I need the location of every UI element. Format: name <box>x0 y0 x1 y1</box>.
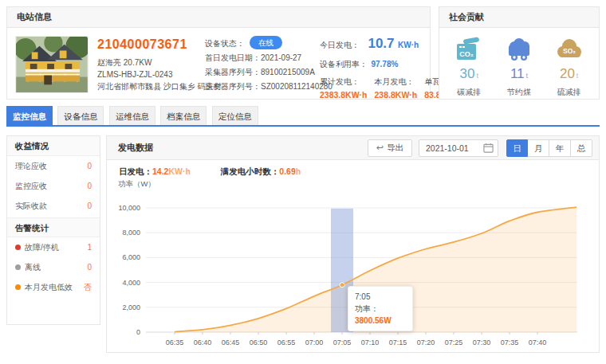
revenue-row-actual: 实际收款 0 <box>7 196 100 216</box>
x-tick-label: 07:15 <box>389 339 407 346</box>
svg-text:CO₂: CO₂ <box>460 50 474 58</box>
range-segmented-control: 日 月 年 总 <box>506 139 592 157</box>
station-info-card: 电站信息 210400073671 赵海亮 20.7KW ZLMS-HBJ <box>6 6 431 100</box>
x-tick-label: 07:20 <box>417 339 435 346</box>
collector-sn: 89100215009A <box>261 68 315 76</box>
export-button[interactable]: ↩ 导出 <box>368 139 412 157</box>
social-contribution-title: 社会贡献 <box>439 7 599 28</box>
y-tick-label: 6,000 <box>122 253 140 261</box>
x-tick-label: 07:30 <box>473 339 491 346</box>
device-status-label: 设备状态： <box>205 39 245 48</box>
y-tick-label: 10,000 <box>118 204 140 212</box>
status-badge: 在线 <box>250 36 282 49</box>
calendar-icon[interactable] <box>483 143 494 153</box>
low-eff-dot-icon <box>15 284 21 290</box>
utilization-value: 97.78% <box>371 60 398 68</box>
first-gen-date: 2021-09-27 <box>261 53 301 62</box>
x-tick-label: 06:40 <box>194 339 212 346</box>
x-tick-label: 06:45 <box>222 339 240 346</box>
offline-dot-icon <box>15 264 21 270</box>
revenue-row-monitored: 监控应收 0 <box>7 176 100 196</box>
total-gen-stat: 累计发电： 2383.8KW·h <box>320 76 368 100</box>
coal-saving-item: 11t 节约煤 <box>495 36 543 98</box>
co2-value: 30 <box>460 66 475 81</box>
full-hours-value: 0.69 <box>279 166 295 176</box>
revenue-row-theoretical: 理论应收 0 <box>7 156 100 176</box>
social-contribution-card: 社会贡献 CO₂ 30t 碳减排 11t 节约煤 <box>439 6 600 100</box>
y-tick-label: 0 <box>136 328 140 336</box>
range-day-button[interactable]: 日 <box>506 139 528 157</box>
inverter-label: 逆变器序列号： <box>205 82 261 91</box>
chart-tooltip: 7:05 功率：3800.56W <box>348 286 413 331</box>
full-hours-label: 满发电小时数： <box>221 166 280 176</box>
so2-reduction-icon: SO₂ <box>553 36 585 63</box>
alarm-section-title: 告警统计 <box>7 217 100 237</box>
first-gen-label: 首日发电日期： <box>205 53 261 62</box>
tab-archives[interactable]: 档案信息 <box>160 106 207 125</box>
month-gen-stat: 本月发电： 238.8KW·h <box>375 76 418 100</box>
station-owner: 赵海亮 20.7KW <box>97 57 205 68</box>
tab-bar: 监控信息 设备信息 运维信息 档案信息 定位信息 <box>6 106 600 127</box>
marker-dot <box>340 283 344 288</box>
y-tick-label: 8,000 <box>122 229 140 237</box>
coal-label: 节约煤 <box>495 87 543 98</box>
x-tick-label: 06:35 <box>166 339 184 346</box>
sidebar: 收益情况 理论应收 0 监控应收 0 实际收款 0 告警统计 故障/停机 1 离… <box>6 135 100 325</box>
x-tick-label: 06:50 <box>250 339 268 346</box>
alarm-row-low-efficiency: 本月发电低效 否 <box>7 277 100 297</box>
station-code: ZLMS-HBJ-ZJL-0243 <box>97 68 205 80</box>
today-gen-label: 今日发电： <box>320 41 360 49</box>
station-address: 河北省邯郸市魏县 沙口集乡 码头村 <box>97 80 205 92</box>
x-tick-label: 07:05 <box>333 339 352 346</box>
x-tick-label: 07:10 <box>361 339 380 346</box>
x-tick-label: 07:40 <box>529 339 547 346</box>
fault-dot-icon <box>15 245 21 250</box>
alarm-row-offline: 离线 0 <box>7 257 100 277</box>
tab-operations[interactable]: 运维信息 <box>109 106 155 125</box>
y-tick-label: 4,000 <box>122 279 140 287</box>
range-month-button[interactable]: 月 <box>528 139 549 157</box>
so2-label: 硫减排 <box>545 87 593 98</box>
day-gen-value: 14.2 <box>152 166 168 176</box>
x-tick-label: 06:55 <box>277 339 296 346</box>
y-tick-label: 2,000 <box>122 303 140 311</box>
today-gen-value: 10.7 <box>368 36 394 51</box>
tooltip-time: 7:05 <box>355 291 406 303</box>
tooltip-value: 3800.56W <box>355 316 392 325</box>
co2-label: 碳减排 <box>445 87 493 98</box>
range-year-button[interactable]: 年 <box>549 139 571 157</box>
co2-reduction-icon: CO₂ <box>453 36 485 63</box>
generation-data-card: 发电数据 ↩ 导出 日 月 年 总 日 <box>106 135 600 353</box>
collector-label: 采集器序列号： <box>205 68 261 76</box>
export-arrow-icon: ↩ <box>376 143 384 153</box>
tab-devices[interactable]: 设备信息 <box>57 106 104 125</box>
chart-stats-row: 日发电：14.2KW·h满发电小时数：0.69h <box>119 166 301 178</box>
x-tick-label: 07:25 <box>445 339 463 346</box>
so2-value: 20 <box>560 66 575 81</box>
station-id: 210400073671 <box>97 37 205 52</box>
revenue-section-title: 收益情况 <box>7 136 100 156</box>
x-tick-label: 07:35 <box>501 339 519 346</box>
coal-saving-icon <box>503 36 535 63</box>
co2-reduction-item: CO₂ 30t 碳减排 <box>445 36 493 98</box>
so2-reduction-item: SO₂ 20t 硫减排 <box>545 36 593 98</box>
today-gen-unit: KW·h <box>398 41 419 49</box>
station-info-title: 电站信息 <box>7 7 430 28</box>
utilization-label: 设备利用率： <box>320 60 368 68</box>
day-gen-label: 日发电： <box>119 166 152 176</box>
tab-location[interactable]: 定位信息 <box>212 106 258 125</box>
station-photo <box>15 36 89 93</box>
chart-title: 发电数据 <box>118 142 153 154</box>
tab-monitoring[interactable]: 监控信息 <box>6 106 53 125</box>
alarm-row-fault: 故障/停机 1 <box>7 237 100 257</box>
svg-text:SO₂: SO₂ <box>563 47 576 55</box>
range-total-button[interactable]: 总 <box>571 139 592 157</box>
x-tick-label: 07:00 <box>305 339 324 346</box>
coal-value: 11 <box>510 66 525 81</box>
